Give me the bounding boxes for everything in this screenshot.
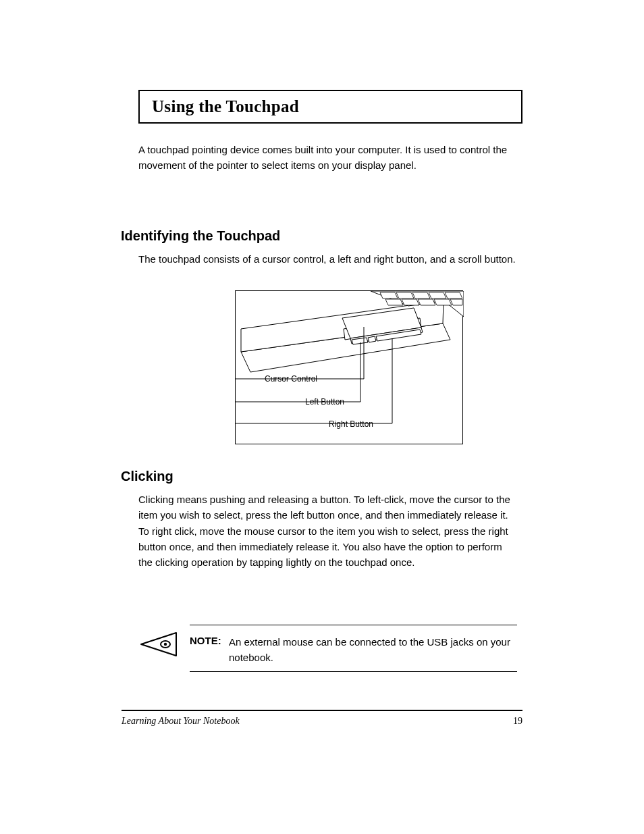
svg-point-27 xyxy=(164,643,167,646)
note-label: NOTE: xyxy=(190,635,221,646)
note-divider-bottom xyxy=(190,671,517,672)
section-title-box: Using the Touchpad xyxy=(138,90,522,124)
svg-marker-12 xyxy=(434,299,452,305)
svg-marker-5 xyxy=(396,292,414,298)
subheading-identifying: Identifying the Touchpad xyxy=(121,228,280,244)
footer-section-title: Learning About Your Notebook xyxy=(122,716,240,727)
svg-marker-4 xyxy=(380,292,398,298)
footer-divider xyxy=(122,710,522,711)
clicking-paragraph: Clicking means pushing and releasing a b… xyxy=(138,492,516,570)
callout-left-button: Left Button xyxy=(128,397,344,407)
svg-marker-7 xyxy=(429,292,446,298)
document-page: Using the Touchpad A touchpad pointing d… xyxy=(0,0,644,834)
note-divider-top xyxy=(190,625,517,625)
identifying-paragraph: The touchpad consists of a cursor contro… xyxy=(138,251,516,267)
svg-marker-11 xyxy=(418,299,435,305)
callout-cursor-control: Cursor Control xyxy=(128,374,317,384)
svg-marker-25 xyxy=(141,633,176,656)
footer-page-number: 19 xyxy=(513,716,522,727)
note-body: An external mouse can be connected to th… xyxy=(229,635,512,665)
svg-marker-8 xyxy=(445,292,462,298)
svg-marker-6 xyxy=(412,292,430,298)
eye-icon xyxy=(140,631,178,657)
subheading-clicking: Clicking xyxy=(121,469,173,484)
svg-marker-17 xyxy=(368,336,376,342)
intro-paragraph: A touchpad pointing device comes built i… xyxy=(138,142,516,174)
eye-icon-svg xyxy=(140,631,178,657)
svg-marker-9 xyxy=(385,299,403,305)
section-title: Using the Touchpad xyxy=(152,97,299,116)
svg-marker-10 xyxy=(402,299,419,305)
callout-right-button: Right Button xyxy=(128,419,373,429)
